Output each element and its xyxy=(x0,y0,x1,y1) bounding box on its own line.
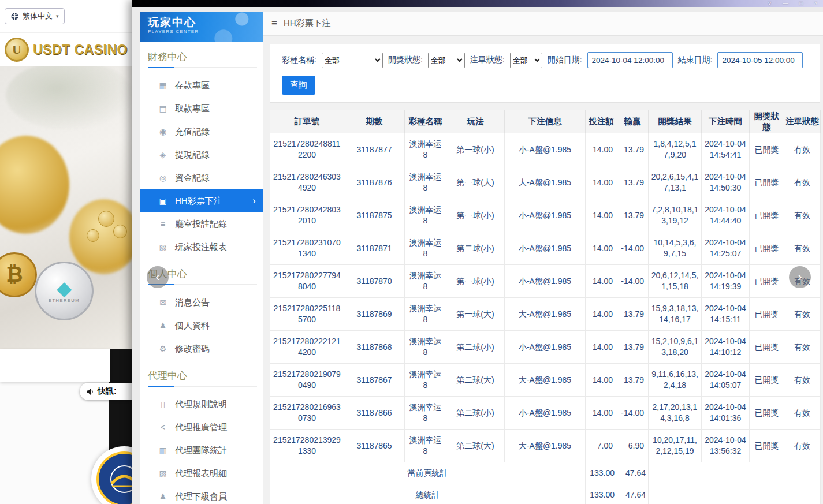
table-cell: 已開獎 xyxy=(750,199,784,232)
sidebar-item[interactable]: ▯代理規則說明 xyxy=(140,393,263,416)
maximize-icon[interactable]: □ xyxy=(799,1,803,6)
table-cell: 13.79 xyxy=(617,133,649,166)
sidebar-item[interactable]: ▣HH彩票下注› xyxy=(140,189,263,212)
scroll-right-button[interactable]: › xyxy=(789,266,811,288)
column-header: 期數 xyxy=(344,110,405,133)
column-header: 玩法 xyxy=(446,110,505,133)
withdraw-icon: ▤ xyxy=(158,104,167,113)
table-cell: 2024-10-04 14:25:07 xyxy=(702,232,750,265)
table-cell: 有效 xyxy=(784,397,821,430)
sidebar-item[interactable]: <代理推廣管理 xyxy=(140,416,263,439)
table-cell: 小-A盤@1.985 xyxy=(505,397,586,430)
members-icon: ♟ xyxy=(158,492,167,501)
table-cell: 31187871 xyxy=(344,232,405,265)
sidebar-item[interactable]: ◈提現記錄 xyxy=(140,143,263,166)
table-cell: 澳洲幸运8 xyxy=(405,166,446,199)
table-cell: 15,9,3,18,13,14,16,17 xyxy=(649,298,702,331)
table-cell: 2152172802310701340 xyxy=(270,232,344,265)
table-cell: 2024-10-04 14:19:39 xyxy=(702,265,750,298)
bets-table-card: 訂單號期數彩種名稱玩法下注信息投注額輸贏開獎結果下注時間開獎狀態注單狀態 215… xyxy=(270,110,820,504)
table-cell: 第一球(大) xyxy=(446,166,505,199)
table-cell: 2024-10-04 13:56:32 xyxy=(702,430,750,462)
summary-winloss-total: 47.64 xyxy=(617,462,649,484)
table-cell: 2152172802251185700 xyxy=(270,298,344,331)
lottery-name-select[interactable]: 全部 xyxy=(322,53,383,68)
gear-icon: ⚙ xyxy=(158,344,167,353)
sidebar-item[interactable]: ▦存款專區 xyxy=(140,74,263,97)
table-cell: 已開獎 xyxy=(750,232,784,265)
sidebar-item[interactable]: ✉消息公告 xyxy=(140,291,263,314)
sidebar-item-label: 個人資料 xyxy=(175,320,210,331)
room-bet-record-icon: ≡ xyxy=(158,219,167,229)
table-cell: 第一球(小) xyxy=(446,199,505,232)
brand-name: USDT CASINO xyxy=(33,42,128,58)
table-cell: 14.00 xyxy=(586,199,617,232)
table-row: 215217280248811220031187877澳洲幸运8第一球(小)小-… xyxy=(270,133,821,166)
table-cell: 澳洲幸运8 xyxy=(405,364,446,397)
table-cell: 已開獎 xyxy=(750,166,784,199)
menu-toggle-icon[interactable]: ≡ xyxy=(271,18,277,29)
chevron-right-icon: › xyxy=(798,270,802,285)
table-cell: 31187865 xyxy=(344,430,405,462)
table-cell: 2024-10-04 14:05:07 xyxy=(702,364,750,397)
bell-icon: ✉ xyxy=(158,298,167,307)
table-cell: 14.00 xyxy=(586,232,617,265)
ethereum-diamond-icon: ◆ xyxy=(57,279,72,297)
chevron-down-icon[interactable]: ∨ xyxy=(768,1,772,6)
table-cell: 20,6,12,14,5,1,15,18 xyxy=(649,265,702,298)
table-cell: 澳洲幸运8 xyxy=(405,265,446,298)
summary-empty-cell xyxy=(649,462,821,484)
summary-row: 總統計133.0047.64 xyxy=(270,484,821,504)
order-status-label: 注單狀態: xyxy=(470,55,505,65)
sidebar-item[interactable]: ▤取款專區 xyxy=(140,97,263,120)
table-cell: 2152172802190790490 xyxy=(270,364,344,397)
table-cell: 有效 xyxy=(784,331,821,364)
sidebar-section-header: 代理中心 xyxy=(140,360,263,386)
main-content: ≡ HH彩票下注 彩種名稱: 全部 開獎狀態: 全部 注單狀態: 全部 開始日期… xyxy=(263,12,823,504)
sidebar-item[interactable]: ▨代理報表明細 xyxy=(140,462,263,485)
table-cell: 第一球(小) xyxy=(446,265,505,298)
language-selector[interactable]: 繁体中文 ▾ xyxy=(5,8,65,24)
news-ticker[interactable]: 快訊: xyxy=(80,383,132,400)
table-cell: 已開獎 xyxy=(750,133,784,166)
filter-row: 彩種名稱: 全部 開獎狀態: 全部 注單狀態: 全部 開始日期: 結束日期: xyxy=(282,52,820,68)
end-date-input[interactable] xyxy=(717,52,803,68)
table-row: 215217280222121420031187868澳洲幸运8第二球(小)小-… xyxy=(270,331,821,364)
table-cell: 14.00 xyxy=(586,397,617,430)
table-cell: 有效 xyxy=(784,133,821,166)
host-topbar: 繁体中文 ▾ xyxy=(0,0,132,33)
table-cell: 第一球(小) xyxy=(446,133,505,166)
sidebar-title: 玩家中心 xyxy=(148,16,263,29)
sidebar-item[interactable]: ▧玩家投注報表 xyxy=(140,236,263,259)
summary-empty-cell xyxy=(649,484,821,504)
globe-icon xyxy=(10,12,19,21)
table-cell: 14.00 xyxy=(586,331,617,364)
sidebar-item[interactable]: ◎資金記錄 xyxy=(140,166,263,189)
minimize-icon[interactable]: — xyxy=(783,1,788,6)
filter-panel: 彩種名稱: 全部 開獎狀態: 全部 注單狀態: 全部 開始日期: 結束日期: 查… xyxy=(270,44,820,103)
sidebar-item[interactable]: ▥代理團隊統計 xyxy=(140,439,263,462)
table-cell: 第二球(大) xyxy=(446,430,505,462)
start-date-input[interactable] xyxy=(587,52,673,68)
share-icon: < xyxy=(158,423,167,432)
table-cell: 10,20,17,11,2,12,15,19 xyxy=(649,430,702,462)
table-cell: 7,2,8,10,18,13,19,12 xyxy=(649,199,702,232)
sidebar-item[interactable]: ⚙修改密碼 xyxy=(140,337,263,360)
table-cell: 9,11,6,16,13,2,4,18 xyxy=(649,364,702,397)
order-status-select[interactable]: 全部 xyxy=(510,53,542,68)
sidebar-item[interactable]: ♟代理下級會員 xyxy=(140,485,263,504)
search-button[interactable]: 查詢 xyxy=(282,76,315,95)
sidebar-item-label: 資金記錄 xyxy=(175,173,210,184)
sidebar-item[interactable]: ≡廳室投註記錄 xyxy=(140,212,263,236)
host-footer-area: 快訊: xyxy=(0,349,132,504)
close-icon[interactable]: × xyxy=(814,1,817,6)
scroll-left-button[interactable]: ‹ xyxy=(147,266,169,288)
brand-logo[interactable]: U USDT CASINO xyxy=(0,33,132,66)
table-cell: 2024-10-04 14:15:11 xyxy=(702,298,750,331)
column-header: 開獎結果 xyxy=(649,110,702,133)
draw-status-select[interactable]: 全部 xyxy=(428,53,465,68)
table-cell: 已開獎 xyxy=(750,331,784,364)
column-header: 訂單號 xyxy=(270,110,344,133)
sidebar-item[interactable]: ◉充值記錄 xyxy=(140,120,263,143)
sidebar-item[interactable]: ♟個人資料 xyxy=(140,314,263,337)
